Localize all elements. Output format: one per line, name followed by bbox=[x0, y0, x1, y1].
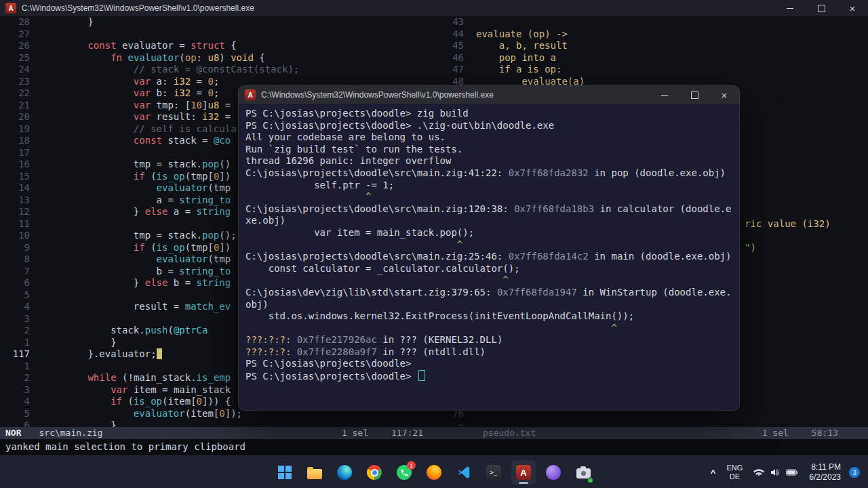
line-number: 44 bbox=[439, 28, 464, 41]
capture-app-icon[interactable] bbox=[571, 460, 595, 485]
console-line: var item = main_stack.pop(); bbox=[245, 227, 732, 239]
line-number: 6 bbox=[0, 277, 30, 289]
code-line[interactable]: 46 pop into a bbox=[439, 52, 868, 64]
console-line: C:\josias\dev\zig\lib\std\start.zig:379:… bbox=[245, 287, 732, 299]
line-number: 5 bbox=[0, 408, 30, 420]
chrome-icon[interactable] bbox=[362, 460, 387, 485]
vscode-icon[interactable] bbox=[452, 460, 476, 485]
close-icon: × bbox=[850, 3, 856, 14]
start-icon[interactable] bbox=[273, 460, 297, 485]
console-line: C:\josias\projects\doodle\src\main.zig:1… bbox=[245, 203, 732, 216]
console-line: ^ bbox=[245, 323, 732, 335]
float-window-title: C:\Windows\System32\WindowsPowerShell\v1… bbox=[261, 90, 494, 100]
line-number: 1 bbox=[0, 361, 30, 373]
line-number: 2 bbox=[0, 325, 30, 337]
line-number: 46 bbox=[439, 52, 464, 64]
clock[interactable]: 8:11 PM 6/2/2023 bbox=[809, 462, 841, 483]
main-window-titlebar: A C:\Windows\System32\WindowsPowerShell\… bbox=[0, 0, 868, 16]
powershell-app-icon: A bbox=[5, 3, 16, 14]
screen: A C:\Windows\System32\WindowsPowerShell\… bbox=[0, 0, 868, 488]
file-explorer-icon[interactable] bbox=[302, 460, 327, 485]
code-line[interactable]: 26 const evaluator = struct { bbox=[0, 40, 439, 52]
line-number: 117 bbox=[0, 348, 30, 361]
powershell-app-icon[interactable]: A bbox=[511, 460, 536, 485]
terminal-icon[interactable]: >_ bbox=[481, 460, 506, 485]
float-close-button[interactable]: × bbox=[709, 86, 739, 104]
whatsapp-icon[interactable]: 1 bbox=[392, 460, 416, 485]
line-number: 23 bbox=[0, 76, 30, 88]
firefox-icon[interactable] bbox=[422, 460, 446, 485]
floating-powershell-window[interactable]: A C:\Windows\System32\WindowsPowerShell\… bbox=[239, 86, 739, 410]
line-number: 5 bbox=[0, 289, 30, 302]
line-number: 18 bbox=[0, 135, 30, 147]
left-cursor-position: 117:21 bbox=[391, 427, 423, 439]
console-line: self.ptr -= 1; bbox=[245, 180, 732, 192]
line-number: 6 bbox=[0, 420, 30, 427]
line-number: 22 bbox=[0, 87, 30, 100]
code-line[interactable]: 6 } bbox=[0, 420, 439, 427]
minimize-icon bbox=[787, 8, 793, 9]
close-icon: × bbox=[722, 90, 728, 100]
line-number: 13 bbox=[0, 195, 30, 207]
line-number: 4 bbox=[0, 301, 30, 313]
console-line: ^ bbox=[245, 239, 732, 251]
line-number: 12 bbox=[0, 206, 30, 218]
quick-settings[interactable] bbox=[751, 468, 801, 477]
maximize-icon bbox=[818, 5, 825, 12]
console-line: All your codebase are belong to us. bbox=[245, 131, 732, 144]
code-line[interactable]: 25 fn evaluator(op: u8) void { bbox=[0, 52, 439, 64]
line-number: 9 bbox=[0, 242, 30, 254]
code-line[interactable]: 47 if a is op: bbox=[439, 64, 868, 76]
line-number: 19 bbox=[0, 123, 30, 136]
edge-icon[interactable] bbox=[332, 460, 357, 485]
statusline: NOR src\main.zig 1 sel 117:21 pseudo.txt… bbox=[0, 427, 868, 439]
line-number: 7 bbox=[0, 266, 30, 278]
code-line[interactable]: ~ bbox=[439, 420, 868, 427]
wifi-icon bbox=[753, 468, 764, 477]
console-line: ???:?:?: 0x7ffe217926ac in ??? (KERNEL32… bbox=[245, 334, 732, 346]
code-line[interactable]: 27 bbox=[0, 28, 439, 41]
line-number: 28 bbox=[0, 16, 30, 28]
editor-cursor bbox=[157, 348, 162, 359]
line-number: 21 bbox=[0, 100, 30, 112]
system-tray: ^ ENG DE 8:11 PM 6/2/2023 3 bbox=[708, 456, 868, 488]
float-maximize-button[interactable] bbox=[679, 86, 709, 104]
line-number: 17 bbox=[0, 147, 30, 159]
code-line[interactable]: 28 } bbox=[0, 16, 439, 28]
console-line: PS C:\josias\projects\doodle> zig build bbox=[245, 108, 732, 120]
date: 6/2/2023 bbox=[809, 472, 841, 482]
powershell-app-icon: A bbox=[245, 89, 256, 100]
console-line: xe.obj) bbox=[245, 215, 732, 227]
maximize-button[interactable] bbox=[806, 0, 837, 16]
console-line: Run `zig build test` to run the tests. bbox=[245, 144, 732, 156]
float-window-titlebar[interactable]: A C:\Windows\System32\WindowsPowerShell\… bbox=[239, 86, 739, 104]
mode-indicator: NOR bbox=[5, 427, 21, 439]
console-line: ^ bbox=[245, 274, 732, 287]
status-dot bbox=[587, 477, 593, 483]
language-indicator[interactable]: ENG DE bbox=[726, 464, 743, 481]
console-line: ???:?:?: 0x7ffe2280a9f7 in ??? (ntdll.dl… bbox=[245, 346, 732, 359]
purple-app-icon[interactable] bbox=[541, 460, 566, 485]
minimize-button[interactable] bbox=[774, 0, 806, 16]
line-number: 47 bbox=[439, 64, 464, 76]
time: 8:11 PM bbox=[811, 462, 841, 472]
minimize-icon bbox=[661, 95, 668, 96]
line-number: 8 bbox=[0, 253, 30, 266]
code-line[interactable]: 44evaluate (op) -> bbox=[439, 28, 868, 41]
code-line[interactable]: 43 bbox=[439, 16, 868, 28]
code-line[interactable]: 24 // stack = @constCast(stack); bbox=[0, 64, 439, 76]
line-number: 2 bbox=[0, 372, 30, 384]
line-number: 43 bbox=[439, 16, 464, 28]
console-line: std.os.windows.kernel32.ExitProcess(init… bbox=[245, 310, 732, 323]
notification-badge[interactable]: 3 bbox=[849, 467, 860, 478]
tray-overflow-chevron-icon[interactable]: ^ bbox=[708, 468, 719, 478]
float-minimize-button[interactable] bbox=[650, 86, 679, 104]
console-output[interactable]: PS C:\josias\projects\doodle> zig buildP… bbox=[239, 104, 739, 386]
close-button[interactable]: × bbox=[837, 0, 868, 16]
language-primary: ENG bbox=[726, 464, 743, 472]
empty-line-tilde: ~ bbox=[439, 420, 464, 427]
line-number: 14 bbox=[0, 182, 30, 195]
editor-message: yanked main selection to primary clipboa… bbox=[0, 439, 868, 455]
maximize-icon bbox=[691, 92, 698, 99]
code-line[interactable]: 45 a, b, result bbox=[439, 40, 868, 52]
